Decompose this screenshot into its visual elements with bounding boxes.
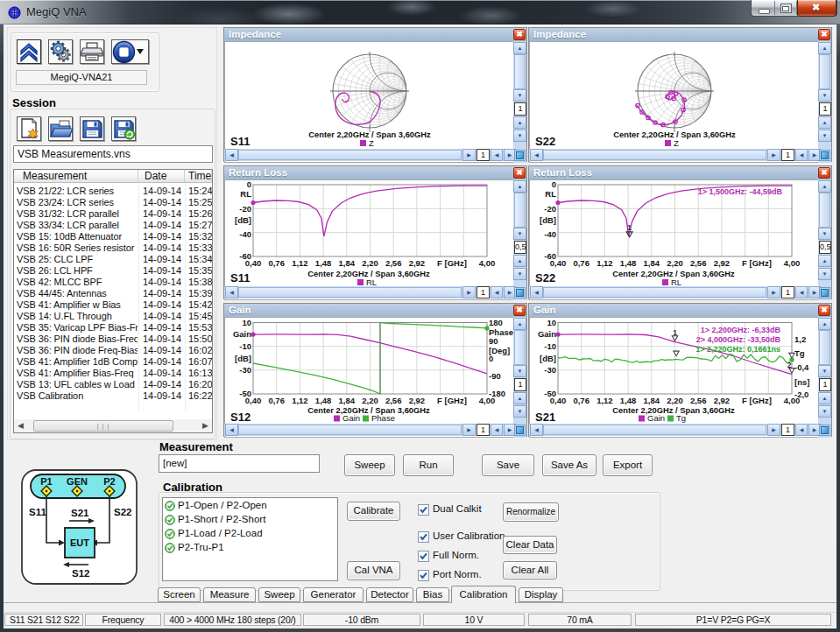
svg-text:Z: Z (369, 138, 374, 148)
svg-text:RL: RL (366, 277, 377, 287)
svg-text:2,20: 2,20 (667, 396, 683, 405)
svg-text:S22: S22 (114, 507, 131, 517)
svg-text:Z: Z (674, 138, 679, 148)
svg-text:2> 4,000GHz: -33,50dB: 2> 4,000GHz: -33,50dB (696, 335, 781, 344)
svg-text:2,20: 2,20 (667, 258, 683, 268)
svg-text:1: 1 (627, 223, 632, 232)
svg-text:-40: -40 (239, 229, 251, 239)
svg-text:4,00: 4,00 (784, 258, 801, 268)
svg-text:1> 2,200GHz: -6,33dB: 1> 2,200GHz: -6,33dB (701, 326, 781, 334)
svg-text:-10: -10 (544, 341, 556, 351)
svg-text:[dB]: [dB] (235, 215, 251, 225)
svg-text:2,56: 2,56 (385, 258, 402, 268)
svg-text:-30: -30 (544, 365, 556, 375)
svg-text:Phase: Phase (371, 413, 395, 423)
svg-text:S12: S12 (72, 568, 89, 579)
svg-text:1,48: 1,48 (620, 396, 637, 405)
svg-text:RL: RL (545, 189, 556, 199)
svg-text:Center 2,20GHz / Span 3,60GHz: Center 2,20GHz / Span 3,60GHz (308, 130, 431, 139)
svg-text:0,40: 0,40 (550, 258, 567, 268)
svg-text:Center 2,20GHz / Span 3,60GHz: Center 2,20GHz / Span 3,60GHz (307, 405, 430, 415)
svg-text:0,76: 0,76 (573, 258, 589, 268)
svg-text:F [GHz]: F [GHz] (742, 258, 772, 268)
svg-text:2,92: 2,92 (409, 258, 426, 268)
svg-text:180: 180 (489, 318, 503, 327)
svg-text:Tg: Tg (676, 413, 686, 423)
svg-text:Gain: Gain (233, 329, 251, 339)
svg-text:0,76: 0,76 (573, 396, 589, 405)
svg-text:Gain: Gain (342, 413, 360, 423)
svg-text:2,92: 2,92 (714, 396, 731, 405)
svg-text:-90: -90 (489, 371, 501, 381)
svg-text:Gain: Gain (538, 329, 556, 339)
svg-text:S11: S11 (230, 271, 250, 284)
svg-text:S11: S11 (230, 135, 250, 148)
svg-text:0,40: 0,40 (245, 258, 262, 268)
svg-text:4,00: 4,00 (479, 396, 496, 405)
svg-text:F [GHz]: F [GHz] (437, 258, 467, 268)
svg-text:1,48: 1,48 (620, 258, 637, 268)
svg-text:2,92: 2,92 (714, 258, 731, 268)
svg-text:0,40: 0,40 (245, 396, 262, 405)
svg-text:RL: RL (671, 277, 681, 287)
svg-text:1,84: 1,84 (339, 396, 356, 405)
svg-text:1> 1,500GHz: -44,59dB: 1> 1,500GHz: -44,59dB (698, 187, 783, 196)
svg-text:1> 2,220GHz: 0,1661ns: 1> 2,220GHz: 0,1661ns (695, 345, 780, 354)
svg-text:4,00: 4,00 (479, 258, 496, 268)
svg-text:1,84: 1,84 (644, 396, 660, 405)
svg-text:-0,4: -0,4 (794, 362, 809, 372)
svg-text:F [GHz]: F [GHz] (437, 396, 467, 405)
svg-text:2,20: 2,20 (362, 258, 378, 268)
svg-text:0,40: 0,40 (550, 396, 567, 405)
svg-text:-20: -20 (239, 204, 251, 214)
svg-text:Gain: Gain (647, 413, 665, 423)
svg-text:S21: S21 (535, 411, 555, 424)
svg-text:1,84: 1,84 (339, 258, 356, 268)
svg-text:2,20: 2,20 (362, 396, 378, 405)
svg-text:[dB]: [dB] (235, 354, 251, 363)
svg-text:F [GHz]: F [GHz] (742, 396, 772, 405)
svg-text:-10: -10 (239, 341, 251, 351)
svg-text:1,12: 1,12 (292, 258, 308, 268)
svg-text:2,56: 2,56 (690, 396, 707, 405)
svg-text:2,92: 2,92 (409, 396, 426, 405)
svg-text:10: 10 (242, 318, 251, 327)
svg-text:-30: -30 (239, 365, 251, 375)
svg-text:2,56: 2,56 (385, 396, 402, 405)
svg-text:1,2: 1,2 (794, 334, 806, 344)
svg-text:[ns]: [ns] (794, 377, 809, 387)
svg-text:90: 90 (489, 336, 498, 346)
svg-text:S22: S22 (535, 271, 555, 284)
svg-text:S21: S21 (71, 508, 89, 518)
svg-text:1,84: 1,84 (644, 258, 660, 268)
svg-text:S11: S11 (29, 507, 46, 517)
svg-text:Center 2,20GHz / Span 3,60GHz: Center 2,20GHz / Span 3,60GHz (612, 405, 735, 415)
svg-text:4,00: 4,00 (784, 396, 801, 405)
svg-text:Center 2,20GHz / Span 3,60GHz: Center 2,20GHz / Span 3,60GHz (613, 130, 736, 139)
svg-text:0: 0 (552, 180, 556, 189)
svg-text:10: 10 (547, 318, 556, 327)
svg-text:0,76: 0,76 (268, 258, 285, 268)
svg-text:1,48: 1,48 (315, 258, 332, 268)
svg-text:1,12: 1,12 (596, 396, 613, 405)
svg-text:1,12: 1,12 (292, 396, 308, 405)
svg-text:0: 0 (247, 180, 251, 189)
svg-text:S22: S22 (535, 135, 555, 148)
svg-text:-40: -40 (544, 229, 556, 239)
svg-text:S12: S12 (230, 411, 251, 424)
svg-text:RL: RL (240, 189, 251, 199)
svg-text:2,56: 2,56 (690, 258, 707, 268)
svg-text:0,76: 0,76 (268, 396, 285, 405)
svg-text:[dB]: [dB] (540, 354, 556, 363)
svg-text:EUT: EUT (70, 537, 89, 548)
svg-text:1,12: 1,12 (596, 258, 613, 268)
svg-text:Tg: Tg (794, 348, 805, 358)
svg-text:1,48: 1,48 (315, 396, 332, 405)
svg-text:-20: -20 (544, 204, 556, 214)
svg-text:0: 0 (489, 354, 493, 363)
svg-text:[dB]: [dB] (540, 215, 556, 225)
